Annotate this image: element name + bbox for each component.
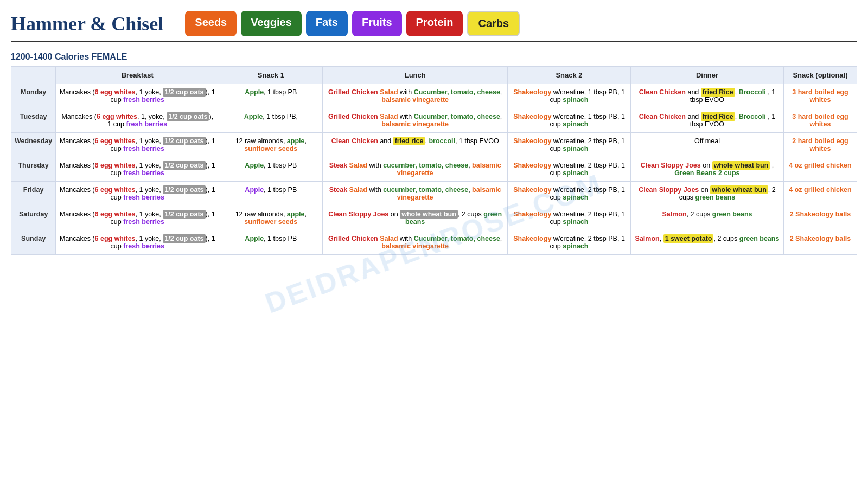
section-title: 1200-1400 Calories FEMALE <box>11 52 857 62</box>
snack-opt-thursday: 4 oz grilled chicken <box>783 157 857 182</box>
lunch-sunday: Grilled Chicken Salad with Cucumber, tom… <box>323 230 508 255</box>
dinner-thursday: Clean Sloppy Joes on whole wheat bun , G… <box>631 157 784 182</box>
logo: Hammer & Chisel <box>11 12 163 35</box>
snack-opt-tuesday: 3 hard boiled egg whites <box>783 108 857 133</box>
lunch-thursday: Steak Salad with cucumber, tomato, chees… <box>323 157 508 182</box>
lunch-monday: Grilled Chicken Salad with Cucumber, tom… <box>323 84 508 108</box>
snack2-wednesday: Shakeology w/creatine, 2 tbsp PB, 1 cup … <box>508 133 631 157</box>
snack1-wednesday: 12 raw almonds, apple, sunflower seeds <box>219 133 323 157</box>
col-header-snack1: Snack 1 <box>219 67 323 84</box>
breakfast-friday: Mancakes (6 egg whites, 1 yoke, 1/2 cup … <box>56 182 219 206</box>
day-label: Tuesday <box>11 108 56 133</box>
seeds-pill[interactable]: Seeds <box>185 11 237 36</box>
fruits-pill[interactable]: Fruits <box>352 11 402 36</box>
col-header-snack2: Snack 2 <box>508 67 631 84</box>
snack-opt-saturday: 2 Shakeology balls <box>783 206 857 230</box>
breakfast-wednesday: Mancakes (6 egg whites, 1 yoke, 1/2 cup … <box>56 133 219 157</box>
snack1-tuesday: Apple, 1 tbsp PB, <box>219 108 323 133</box>
table-row: Thursday Mancakes (6 egg whites, 1 yoke,… <box>11 157 857 182</box>
header: Hammer & Chisel Seeds Veggies Fats Fruit… <box>11 5 857 42</box>
snack-opt-sunday: 2 Shakeology balls <box>783 230 857 255</box>
col-header-snack-optional: Snack (optional) <box>783 67 857 84</box>
snack-opt-monday: 3 hard boiled egg whites <box>783 84 857 108</box>
breakfast-monday: Mancakes (6 egg whites, 1 yoke, 1/2 cup … <box>56 84 219 108</box>
snack2-sunday: Shakeology w/creatine, 2 tbsp PB, 1 cup … <box>508 230 631 255</box>
breakfast-sunday: Mancakes (6 egg whites, 1 yoke, 1/2 cup … <box>56 230 219 255</box>
meal-plan-table: Breakfast Snack 1 Lunch Snack 2 Dinner S… <box>11 66 857 255</box>
snack1-sunday: Apple, 1 tbsp PB <box>219 230 323 255</box>
fats-pill[interactable]: Fats <box>306 11 348 36</box>
dinner-sunday: Salmon, 1 sweet potato, 2 cups green bea… <box>631 230 784 255</box>
snack1-saturday: 12 raw almonds, apple, sunflower seeds <box>219 206 323 230</box>
day-label: Wednesday <box>11 133 56 157</box>
snack1-monday: Apple, 1 tbsp PB <box>219 84 323 108</box>
col-header-breakfast: Breakfast <box>56 67 219 84</box>
table-row: Friday Mancakes (6 egg whites, 1 yoke, 1… <box>11 182 857 206</box>
dinner-saturday: Salmon, 2 cups green beans <box>631 206 784 230</box>
snack2-saturday: Shakeology w/creatine, 2 tbsp PB, 1 cup … <box>508 206 631 230</box>
day-label: Sunday <box>11 230 56 255</box>
dinner-monday: Clean Chicken and fried Rice, Broccoli ,… <box>631 84 784 108</box>
snack1-thursday: Apple, 1 tbsp PB <box>219 157 323 182</box>
dinner-tuesday: Clean Chicken and fried Rice, Broccoli ,… <box>631 108 784 133</box>
day-label: Monday <box>11 84 56 108</box>
veggies-pill[interactable]: Veggies <box>241 11 302 36</box>
snack-opt-wednesday: 2 hard boiled egg whites <box>783 133 857 157</box>
snack1-friday: Apple, 1 tbsp PB <box>219 182 323 206</box>
col-header-dinner: Dinner <box>631 67 784 84</box>
nav-pills: Seeds Veggies Fats Fruits Protein Carbs <box>185 11 520 36</box>
snack2-monday: Shakeology w/creatine, 1 tbsp PB, 1 cup … <box>508 84 631 108</box>
snack2-tuesday: Shakeology w/creatine, 1 tbsp PB, 1 cup … <box>508 108 631 133</box>
col-header-lunch: Lunch <box>323 67 508 84</box>
table-row: Saturday Mancakes (6 egg whites, 1 yoke,… <box>11 206 857 230</box>
table-row: Monday Mancakes (6 egg whites, 1 yoke, 1… <box>11 84 857 108</box>
table-row: Sunday Mancakes (6 egg whites, 1 yoke, 1… <box>11 230 857 255</box>
carbs-pill[interactable]: Carbs <box>467 11 520 36</box>
breakfast-saturday: Mancakes (6 egg whites, 1 yoke, 1/2 cup … <box>56 206 219 230</box>
day-label: Thursday <box>11 157 56 182</box>
lunch-friday: Steak Salad with cucumber, tomato, chees… <box>323 182 508 206</box>
lunch-saturday: Clean Sloppy Joes on whole wheat bun, 2 … <box>323 206 508 230</box>
breakfast-thursday: Mancakes (6 egg whites, 1 yoke, 1/2 cup … <box>56 157 219 182</box>
day-label: Friday <box>11 182 56 206</box>
lunch-wednesday: Clean Chicken and fried rice, broccoli, … <box>323 133 508 157</box>
lunch-tuesday: Grilled Chicken Salad with Cucumber, tom… <box>323 108 508 133</box>
breakfast-tuesday: Mancakes (6 egg whites, 1, yoke, 1/2 cup… <box>56 108 219 133</box>
snack-opt-friday: 4 oz grilled chicken <box>783 182 857 206</box>
protein-pill[interactable]: Protein <box>406 11 463 36</box>
dinner-friday: Clean Sloppy Joes on whole wheat bun, 2 … <box>631 182 784 206</box>
snack2-friday: Shakeology w/creatine, 2 tbsp PB, 1 cup … <box>508 182 631 206</box>
col-header-day <box>11 67 56 84</box>
table-row: Tuesday Mancakes (6 egg whites, 1, yoke,… <box>11 108 857 133</box>
table-row: Wednesday Mancakes (6 egg whites, 1 yoke… <box>11 133 857 157</box>
day-label: Saturday <box>11 206 56 230</box>
snack2-thursday: Shakeology w/creatine, 2 tbsp PB, 1 cup … <box>508 157 631 182</box>
dinner-wednesday: Off meal <box>631 133 784 157</box>
